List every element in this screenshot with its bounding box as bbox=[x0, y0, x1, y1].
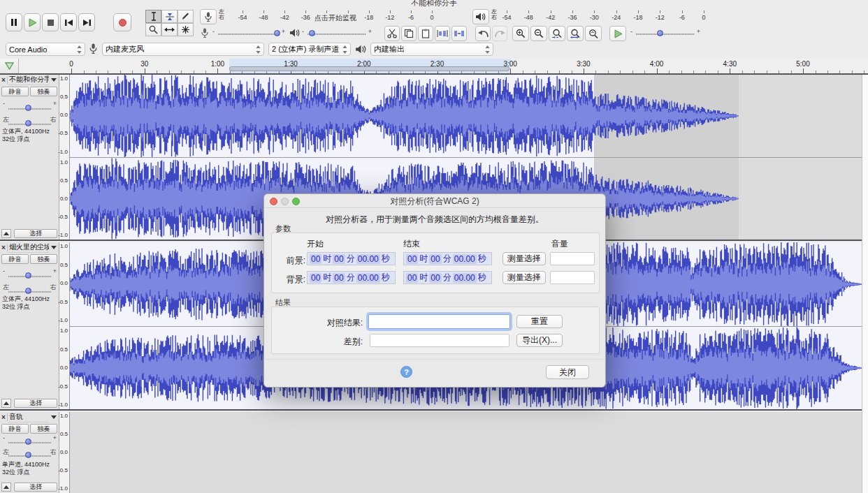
record-channels-select[interactable]: 2 (立体声) 录制声道 bbox=[268, 43, 351, 56]
redo-button[interactable] bbox=[492, 26, 507, 41]
track-title[interactable]: 音轨 bbox=[8, 412, 49, 422]
timeline-label: 1:00 bbox=[211, 60, 224, 68]
trim-audio-button[interactable] bbox=[435, 26, 450, 41]
track-menu-arrow-icon[interactable] bbox=[51, 78, 57, 82]
collapse-button[interactable] bbox=[1, 399, 11, 408]
select-button[interactable]: 选择 bbox=[14, 399, 57, 408]
select-button[interactable]: 选择 bbox=[14, 229, 57, 238]
record-volume-slider[interactable]: - + bbox=[212, 28, 285, 39]
close-window-icon[interactable] bbox=[270, 198, 277, 205]
track-close-button[interactable]: × bbox=[0, 413, 8, 421]
meter-tick-label: -6 bbox=[408, 14, 414, 21]
input-device-select[interactable]: 内建麦克风 bbox=[102, 43, 264, 56]
background-end-time-field[interactable]: 00时 00分 00.00秒 bbox=[403, 271, 492, 284]
background-volume-field[interactable] bbox=[550, 271, 595, 284]
pinned-playhead-button[interactable] bbox=[0, 59, 19, 73]
play-button[interactable] bbox=[24, 13, 41, 31]
contrast-result-field[interactable] bbox=[368, 314, 510, 329]
undo-button[interactable] bbox=[475, 26, 491, 41]
record-meter-mic-button[interactable] bbox=[200, 9, 217, 24]
play-at-speed-button[interactable] bbox=[609, 26, 626, 41]
amplitude-ruler[interactable]: 1.00.50.0-0.5-1.0 bbox=[59, 412, 70, 493]
copy-button[interactable] bbox=[401, 26, 417, 41]
cut-button[interactable] bbox=[384, 26, 400, 41]
foreground-volume-field[interactable] bbox=[550, 252, 595, 265]
zoom-window-icon[interactable] bbox=[292, 198, 300, 205]
chevron-updown-icon bbox=[485, 45, 490, 54]
ruler-selection-bar[interactable] bbox=[229, 66, 509, 71]
difference-field[interactable] bbox=[370, 334, 509, 347]
gain-slider[interactable]: - + bbox=[3, 434, 57, 446]
help-button[interactable]: ? bbox=[400, 366, 412, 378]
draw-tool-button[interactable] bbox=[178, 10, 194, 23]
zoom-toggle-button[interactable] bbox=[585, 26, 602, 41]
collapse-button[interactable] bbox=[1, 483, 11, 492]
track-title[interactable]: 烟火里的尘埃 bbox=[8, 242, 49, 253]
track-menu-arrow-icon[interactable] bbox=[51, 415, 57, 419]
pause-button[interactable] bbox=[6, 13, 22, 31]
audio-host-select[interactable]: Core Audio bbox=[6, 43, 85, 56]
stop-button[interactable] bbox=[42, 13, 59, 31]
reset-button[interactable]: 重置 bbox=[516, 315, 563, 328]
amplitude-label: -1.0 bbox=[58, 402, 68, 408]
track-3-waveform-area[interactable] bbox=[70, 412, 868, 493]
monitor-text[interactable]: 点击开始监视 bbox=[312, 13, 359, 23]
fit-project-button[interactable] bbox=[567, 26, 584, 41]
track-close-button[interactable]: × bbox=[0, 76, 8, 84]
measure-foreground-button[interactable]: 测量选择 bbox=[502, 252, 546, 265]
zoom-in-button[interactable] bbox=[512, 26, 529, 41]
track-menu-arrow-icon[interactable] bbox=[51, 246, 57, 249]
foreground-start-time-field[interactable]: 00时 00分 00.00秒 bbox=[307, 252, 396, 265]
timeshift-tool-button[interactable] bbox=[161, 23, 178, 36]
meter-tick-label: 0 bbox=[702, 14, 705, 21]
minimize-window-icon[interactable] bbox=[281, 198, 289, 205]
meter-tick bbox=[682, 10, 683, 13]
measure-background-button[interactable]: 测量选择 bbox=[502, 271, 546, 284]
record-meter[interactable]: -54-48-42-36-30-24-18-12-60点击开始监视 bbox=[231, 9, 440, 24]
skip-to-start-button[interactable] bbox=[60, 13, 77, 31]
silence-audio-button[interactable] bbox=[451, 26, 467, 41]
mute-button[interactable]: 静音 bbox=[1, 424, 29, 434]
track-close-button[interactable]: × bbox=[0, 244, 8, 251]
mute-button[interactable]: 静音 bbox=[1, 87, 29, 96]
amplitude-label: -0.5 bbox=[58, 300, 68, 305]
playback-meter[interactable]: -54-48-42-36-30-24-18-12-60 bbox=[500, 9, 711, 24]
envelope-tool-button[interactable] bbox=[161, 10, 178, 23]
pan-slider[interactable]: 左 右 bbox=[3, 448, 57, 459]
selection-tool-button[interactable] bbox=[145, 10, 161, 23]
output-device-select[interactable]: 内建输出 bbox=[370, 43, 493, 56]
dialog-titlebar[interactable]: 对照分析(符合WCAG 2) bbox=[264, 194, 605, 208]
zoom-selection-button[interactable] bbox=[549, 26, 565, 41]
end-column-header: 结束 bbox=[403, 238, 420, 250]
collapse-button[interactable] bbox=[1, 229, 11, 238]
background-start-time-field[interactable]: 00时 00分 00.00秒 bbox=[307, 271, 396, 284]
record-button[interactable] bbox=[113, 13, 131, 31]
select-button[interactable]: 选择 bbox=[14, 483, 57, 492]
multi-tool-button[interactable] bbox=[178, 23, 194, 36]
gain-slider[interactable]: - + bbox=[3, 267, 57, 280]
zoom-tool-button[interactable] bbox=[145, 23, 161, 36]
paste-button[interactable] bbox=[418, 26, 433, 41]
close-button[interactable]: 关闭 bbox=[546, 365, 589, 379]
track-title[interactable]: 不能和你分手 bbox=[8, 75, 49, 85]
play-meter-speaker-button[interactable] bbox=[472, 9, 489, 24]
mute-button[interactable]: 静音 bbox=[1, 254, 29, 264]
zoom-out-button[interactable] bbox=[530, 26, 547, 41]
foreground-end-time-field[interactable]: 00时 00分 00.00秒 bbox=[403, 252, 492, 265]
solo-button[interactable]: 独奏 bbox=[30, 87, 57, 96]
record-meter-channel-labels: 左右 bbox=[219, 9, 224, 20]
meter-tick-label: -24 bbox=[612, 14, 621, 21]
pan-slider[interactable]: 左 右 bbox=[3, 283, 57, 295]
amplitude-ruler[interactable]: 1.00.50.0-0.5-1.01.00.50.0-0.5-1.0 bbox=[59, 242, 70, 409]
pan-slider[interactable]: 左 右 bbox=[3, 115, 57, 128]
vertical-scrollbar[interactable] bbox=[862, 75, 868, 493]
skip-to-end-button[interactable] bbox=[78, 13, 95, 31]
amplitude-ruler[interactable]: 1.00.50.0-0.5-1.01.00.50.0-0.5-1.0 bbox=[59, 75, 70, 240]
gain-slider[interactable]: - + bbox=[3, 100, 57, 112]
export-button[interactable]: 导出(X)... bbox=[516, 334, 563, 347]
play-speed-slider[interactable]: - + bbox=[630, 28, 700, 39]
playback-volume-slider[interactable]: - + bbox=[302, 28, 372, 39]
solo-button[interactable]: 独奏 bbox=[30, 424, 57, 434]
timeline-ruler[interactable]: 0301:001:302:002:303:003:304:004:305:00 bbox=[0, 59, 868, 75]
solo-button[interactable]: 独奏 bbox=[30, 254, 57, 264]
